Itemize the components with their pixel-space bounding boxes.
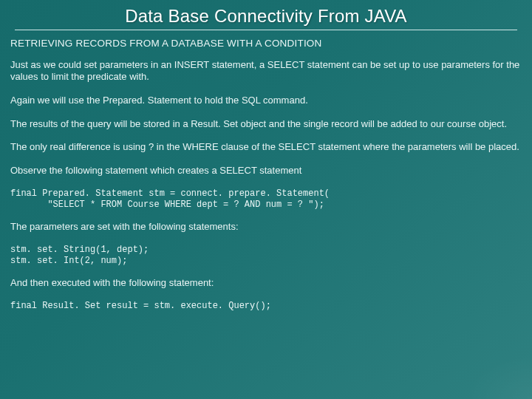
paragraph-2: Again we will use the Prepared. Statemen… <box>10 95 522 106</box>
code-block-1: final Prepared. Statement stm = connect.… <box>10 188 522 211</box>
paragraph-4: The only real difference is using ? in t… <box>10 141 522 153</box>
slide: Data Base Connectivity From JAVA RETRIEV… <box>0 0 532 399</box>
paragraph-3: The results of the query will be stored … <box>10 118 522 130</box>
slide-title: Data Base Connectivity From JAVA <box>10 6 522 27</box>
paragraph-1: Just as we could set parameters in an IN… <box>10 59 522 83</box>
title-underline <box>15 30 517 30</box>
paragraph-6: The parameters are set with the followin… <box>10 221 522 233</box>
code-block-3: final Result. Set result = stm. execute.… <box>10 301 522 312</box>
paragraph-5: Observe the following statement which cr… <box>10 165 522 177</box>
paragraph-7: And then executed with the following sta… <box>10 277 522 289</box>
code-block-2: stm. set. String(1, dept); stm. set. Int… <box>10 245 522 267</box>
subheading: RETRIEVING RECORDS FROM A DATABASE WITH … <box>10 38 522 49</box>
